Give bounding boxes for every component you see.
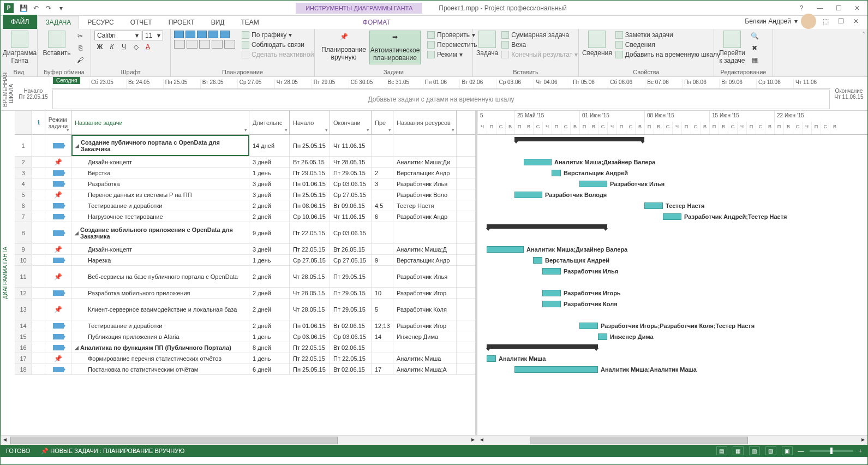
manual-schedule-button[interactable]: 📌Планирование вручную xyxy=(318,31,369,64)
fill-icon[interactable]: ▦ xyxy=(749,55,760,65)
gantt-row[interactable]: Аналитик Миша xyxy=(477,353,867,364)
gantt-row[interactable]: Верстальщик Андрей xyxy=(477,168,867,178)
col-info[interactable]: ℹ xyxy=(32,111,45,134)
clear-icon[interactable]: ✖ xyxy=(749,43,760,53)
redo-icon[interactable]: ↷ xyxy=(43,2,55,14)
inactivate-button[interactable]: Сделать неактивной xyxy=(241,50,315,59)
col-name[interactable]: Название задачи▾ xyxy=(71,111,249,134)
table-row[interactable]: 9📌Дизайн-концепт3 днейПт 22.05.15Вт 26.0… xyxy=(15,244,475,255)
table-row[interactable]: 16◢Аналитика по функциям ПП (Публичного … xyxy=(15,342,475,353)
outdent-icon[interactable] xyxy=(174,40,185,49)
view-team-icon[interactable]: ▥ xyxy=(749,446,760,455)
gantt-row[interactable]: Разработчик Коля xyxy=(477,299,867,320)
find-icon[interactable]: 🔍 xyxy=(749,31,760,41)
undo-icon[interactable]: ↶ xyxy=(30,2,42,14)
table-row[interactable]: 15Публикация приложения в Afaria1 деньСр… xyxy=(15,331,475,342)
col-rownum[interactable] xyxy=(15,111,32,134)
milestone-button[interactable]: Веха xyxy=(500,40,579,49)
tab-resource[interactable]: РЕСУРС xyxy=(79,16,122,29)
summary-task-button[interactable]: Суммарная задача xyxy=(500,31,579,39)
table-hscrollbar[interactable]: ◂ ▸ xyxy=(1,435,477,445)
col-start[interactable]: Начало▾ xyxy=(290,111,330,134)
link-icon[interactable] xyxy=(212,40,223,49)
qat-dropdown-icon[interactable]: ▾ xyxy=(55,2,67,14)
fill-color-icon[interactable]: ◇ xyxy=(130,41,141,52)
help-icon[interactable]: ? xyxy=(795,2,807,14)
tab-report[interactable]: ОТЧЕТ xyxy=(122,16,160,29)
gantt-row[interactable] xyxy=(477,342,867,353)
tab-team[interactable]: TEAM xyxy=(232,16,267,29)
bold-icon[interactable]: Ж xyxy=(94,41,105,52)
gantt-row[interactable]: Разработчик Игорь xyxy=(477,288,867,299)
notes-button[interactable]: Заметки задачи xyxy=(614,31,721,39)
gantt-row[interactable]: Аналитик Миша;Дизайнер Валера xyxy=(477,157,867,168)
information-button[interactable]: Сведения xyxy=(582,31,612,57)
scroll-to-task-button[interactable]: Перейти к задаче xyxy=(717,31,747,64)
gantt-row[interactable]: Разработчик Володя xyxy=(477,189,867,200)
zoom-slider[interactable] xyxy=(810,450,853,452)
split-icon[interactable] xyxy=(199,40,210,49)
ribbon-display-icon[interactable]: ⬚ xyxy=(819,15,831,27)
task-button[interactable]: Задача xyxy=(476,31,498,57)
tab-task[interactable]: ЗАДАЧА xyxy=(37,16,79,29)
table-row[interactable]: 3Вёрстка1 деньПт 29.05.15Пт 29.05.152Вер… xyxy=(15,168,475,178)
deliverable-button[interactable]: Конечный результат ▾ xyxy=(500,50,579,59)
minimize-icon[interactable]: — xyxy=(814,2,826,14)
user-area[interactable]: Белкин Андрей▾ ⬚ ❐ ✕ xyxy=(745,14,867,29)
indent-icon[interactable] xyxy=(187,40,197,49)
gantt-row[interactable]: Инженер Дима xyxy=(477,331,867,342)
table-row[interactable]: 4Разработка3 днейПн 01.06.15Ср 03.06.153… xyxy=(15,178,475,189)
col-resources[interactable]: Названия ресурсов▾ xyxy=(393,111,457,134)
table-row[interactable]: 14Тестирование и доработки2 днейПн 01.06… xyxy=(15,320,475,331)
window-restore-icon[interactable]: ❐ xyxy=(835,15,847,27)
view-usage-icon[interactable]: ▦ xyxy=(733,446,744,455)
gantt-row[interactable]: Верстальщик Андрей xyxy=(477,255,867,266)
gantt-row[interactable]: Разработчик Андрей;Тестер Настя xyxy=(477,211,867,222)
window-close-icon[interactable]: ✕ xyxy=(850,15,862,27)
timeline-prompt[interactable]: Добавьте задачи с датами на временную шк… xyxy=(52,90,830,109)
gantt-row[interactable]: Тестер Настя xyxy=(477,200,867,211)
percent-complete-buttons[interactable] xyxy=(174,31,234,38)
auto-schedule-button[interactable]: ➡Автоматическое планирование xyxy=(369,31,421,64)
table-row[interactable]: 8◢Создание мобильного приложения с OpenD… xyxy=(15,222,475,244)
tab-format[interactable]: ФОРМАТ xyxy=(355,16,399,29)
view-report-icon[interactable]: ▣ xyxy=(782,446,793,455)
table-row[interactable]: 5📌Перенос данных из системы Р на ПП3 дне… xyxy=(15,189,475,200)
gantt-row[interactable] xyxy=(477,222,867,244)
unlink-icon[interactable] xyxy=(224,40,235,49)
format-painter-icon[interactable]: 🖌 xyxy=(75,55,86,65)
gantt-view-button[interactable]: Диаграмма Ганта xyxy=(4,31,35,64)
gantt-row[interactable]: Разработчик Игорь;Разработчик Коля;Тесте… xyxy=(477,320,867,331)
paste-button[interactable]: Вставить xyxy=(41,31,73,57)
zoom-in-icon[interactable]: + xyxy=(859,448,862,454)
table-row[interactable]: 12Разработка мобильного приложения2 дней… xyxy=(15,288,475,299)
respect-links-button[interactable]: Соблюдать связи xyxy=(241,40,315,49)
tab-file[interactable]: ФАЙЛ xyxy=(3,15,37,29)
gantt-chart[interactable]: 525 Май '1501 Июн '1508 Июн '1515 Июн '1… xyxy=(477,111,867,435)
gantt-row[interactable]: Аналитик Миша;Аналитик Маша xyxy=(477,364,867,375)
copy-icon[interactable]: ⎘ xyxy=(75,43,86,53)
table-row[interactable]: 2📌Дизайн-концепт3 днейВт 26.05.15Чт 28.0… xyxy=(15,157,475,168)
table-row[interactable]: 1◢Создание публичного портала с OpenData… xyxy=(15,135,475,157)
table-row[interactable]: 10Нарезка1 деньСр 27.05.15Ср 27.05.159Ве… xyxy=(15,255,475,266)
gantt-row[interactable]: Аналитик Миша;Дизайнер Валера xyxy=(477,244,867,255)
gantt-row[interactable]: Разработчик Илья xyxy=(477,178,867,189)
col-end[interactable]: Окончани▾ xyxy=(330,111,372,134)
gantt-row[interactable] xyxy=(477,135,867,157)
table-row[interactable]: 13📌Клиент-серверное взаимодействие и лок… xyxy=(15,299,475,320)
table-row[interactable]: 7Нагрузочное тестирование2 днейСр 10.06.… xyxy=(15,211,475,222)
zoom-out-icon[interactable]: — xyxy=(798,448,804,454)
gantt-row[interactable]: Разработчик Илья xyxy=(477,266,867,288)
cut-icon[interactable]: ✂ xyxy=(75,31,86,41)
collapse-ribbon-icon[interactable]: ˄ xyxy=(860,29,867,76)
underline-icon[interactable]: Ч xyxy=(118,41,129,52)
col-mode[interactable]: Режим задачи▾ xyxy=(45,111,71,134)
save-icon[interactable]: 💾 xyxy=(17,2,29,14)
add-to-timeline-button[interactable]: Добавить на временную шкалу xyxy=(614,50,721,59)
maximize-icon[interactable]: ☐ xyxy=(833,2,845,14)
font-name-combo[interactable]: Calibri▾ xyxy=(94,31,141,40)
col-duration[interactable]: Длительнс▾ xyxy=(249,111,290,134)
view-resource-icon[interactable]: ▧ xyxy=(765,446,776,455)
font-color-icon[interactable]: А xyxy=(142,41,153,52)
table-row[interactable]: 6Тестирование и доработки2 днейПн 08.06.… xyxy=(15,200,475,211)
